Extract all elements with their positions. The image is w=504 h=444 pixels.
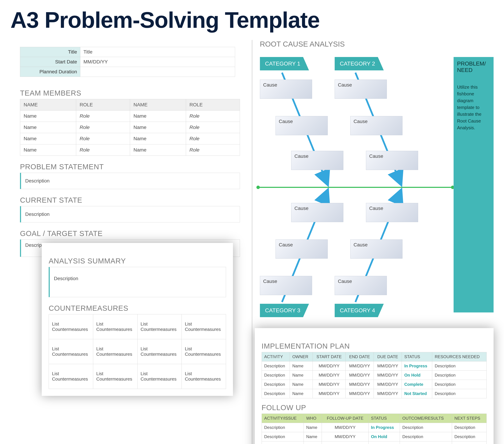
- impl-cell[interactable]: Name: [290, 361, 313, 371]
- team-role-cell[interactable]: Role: [76, 110, 130, 122]
- team-role-cell[interactable]: Role: [186, 122, 240, 133]
- impl-cell[interactable]: Description: [432, 361, 486, 371]
- followup-cell[interactable]: Description: [262, 423, 304, 432]
- team-name-cell[interactable]: Name: [130, 110, 186, 122]
- impl-cell[interactable]: MM/DD/YY: [374, 361, 402, 371]
- team-name-cell[interactable]: Name: [130, 144, 186, 156]
- rca-cause-box[interactable]: Cause: [260, 80, 312, 99]
- followup-cell[interactable]: MM/DD/YY: [322, 423, 369, 432]
- followup-cell[interactable]: Description: [400, 423, 452, 432]
- countermeasure-cell[interactable]: List Countermeasures: [137, 339, 182, 364]
- impl-status-cell[interactable]: Not Started: [402, 389, 432, 398]
- impl-cell[interactable]: MM/DD/YY: [345, 371, 374, 380]
- followup-cell[interactable]: [400, 441, 452, 444]
- countermeasure-cell[interactable]: List Countermeasures: [182, 364, 226, 389]
- team-role-cell[interactable]: Role: [76, 122, 130, 133]
- team-name-cell[interactable]: Name: [130, 133, 186, 144]
- followup-status-cell[interactable]: In Progress: [368, 423, 400, 432]
- impl-cell[interactable]: Name: [290, 380, 313, 389]
- impl-header: OWNER: [290, 352, 313, 361]
- rca-cause-box[interactable]: Cause: [366, 151, 418, 170]
- rca-cause-box[interactable]: Cause: [276, 239, 328, 259]
- impl-status-cell[interactable]: On Hold: [402, 371, 432, 380]
- followup-cell[interactable]: MM/DD/YY: [322, 432, 369, 441]
- impl-status-cell[interactable]: In Progress: [402, 361, 432, 371]
- followup-header: STATUS: [368, 414, 400, 423]
- rca-cause-box[interactable]: Cause: [291, 151, 343, 170]
- followup-cell[interactable]: [262, 441, 304, 444]
- followup-cell[interactable]: Description: [452, 432, 486, 441]
- impl-cell[interactable]: MM/DD/YY: [345, 389, 374, 398]
- team-role-cell[interactable]: Role: [76, 144, 130, 156]
- rca-cause-box[interactable]: Cause: [291, 203, 343, 222]
- countermeasure-cell[interactable]: List Countermeasures: [49, 339, 93, 364]
- countermeasure-cell[interactable]: List Countermeasures: [49, 364, 93, 389]
- meta-duration-value[interactable]: [80, 67, 235, 77]
- rca-cause-box[interactable]: Cause: [366, 203, 418, 222]
- followup-cell[interactable]: Description: [452, 423, 486, 432]
- rca-category-3[interactable]: CATEGORY 3: [260, 304, 309, 317]
- impl-cell[interactable]: MM/DD/YY: [313, 361, 345, 371]
- countermeasure-cell[interactable]: List Countermeasures: [93, 314, 137, 339]
- followup-cell[interactable]: [304, 441, 322, 444]
- impl-cell[interactable]: MM/DD/YY: [313, 380, 345, 389]
- followup-cell[interactable]: [452, 441, 486, 444]
- team-header: ROLE: [186, 99, 240, 110]
- impl-cell[interactable]: Description: [432, 389, 486, 398]
- impl-cell[interactable]: Description: [262, 361, 290, 371]
- impl-cell[interactable]: MM/DD/YY: [345, 361, 374, 371]
- impl-cell[interactable]: Description: [432, 380, 486, 389]
- team-role-cell[interactable]: Role: [186, 110, 240, 122]
- impl-cell[interactable]: MM/DD/YY: [374, 371, 402, 380]
- rca-cause-box[interactable]: Cause: [335, 80, 387, 99]
- followup-status-cell[interactable]: Complete: [368, 441, 400, 444]
- team-role-cell[interactable]: Role: [186, 133, 240, 144]
- impl-cell[interactable]: Description: [262, 389, 290, 398]
- impl-cell[interactable]: MM/DD/YY: [374, 389, 402, 398]
- followup-cell[interactable]: Description: [262, 432, 304, 441]
- rca-category-1[interactable]: CATEGORY 1: [260, 57, 309, 70]
- team-role-cell[interactable]: Role: [186, 144, 240, 156]
- rca-cause-box[interactable]: Cause: [350, 116, 402, 135]
- followup-cell[interactable]: Description: [400, 432, 452, 441]
- current-description[interactable]: Description: [20, 206, 240, 222]
- countermeasure-cell[interactable]: List Countermeasures: [49, 314, 93, 339]
- analysis-description[interactable]: Description: [49, 267, 226, 297]
- followup-header: OUTCOME/RESULTS: [400, 414, 452, 423]
- impl-cell[interactable]: Name: [290, 371, 313, 380]
- followup-cell[interactable]: Name: [304, 423, 322, 432]
- impl-cell[interactable]: MM/DD/YY: [313, 389, 345, 398]
- followup-status-cell[interactable]: On Hold: [368, 432, 400, 441]
- impl-status-cell[interactable]: Complete: [402, 380, 432, 389]
- rca-cause-box[interactable]: Cause: [276, 116, 328, 135]
- team-name-cell[interactable]: Name: [130, 122, 186, 133]
- countermeasure-cell[interactable]: List Countermeasures: [137, 314, 182, 339]
- impl-cell[interactable]: Description: [432, 371, 486, 380]
- impl-cell[interactable]: MM/DD/YY: [345, 380, 374, 389]
- countermeasure-cell[interactable]: List Countermeasures: [93, 364, 137, 389]
- rca-category-2[interactable]: CATEGORY 2: [335, 57, 384, 70]
- team-name-cell[interactable]: Name: [20, 133, 76, 144]
- countermeasure-cell[interactable]: List Countermeasures: [182, 314, 226, 339]
- rca-cause-box[interactable]: Cause: [260, 276, 312, 295]
- impl-cell[interactable]: Description: [262, 371, 290, 380]
- countermeasure-cell[interactable]: List Countermeasures: [93, 339, 137, 364]
- countermeasure-cell[interactable]: List Countermeasures: [137, 364, 182, 389]
- followup-cell[interactable]: [322, 441, 369, 444]
- impl-cell[interactable]: Description: [262, 380, 290, 389]
- team-name-cell[interactable]: Name: [20, 144, 76, 156]
- impl-cell[interactable]: MM/DD/YY: [313, 371, 345, 380]
- team-name-cell[interactable]: Name: [20, 122, 76, 133]
- meta-title-value[interactable]: Title: [80, 47, 235, 57]
- impl-cell[interactable]: Name: [290, 389, 313, 398]
- meta-start-value[interactable]: MM/DD/YY: [80, 57, 235, 67]
- followup-cell[interactable]: Name: [304, 432, 322, 441]
- rca-category-4[interactable]: CATEGORY 4: [335, 304, 384, 317]
- rca-cause-box[interactable]: Cause: [335, 276, 387, 295]
- countermeasure-cell[interactable]: List Countermeasures: [182, 339, 226, 364]
- problem-description[interactable]: Description: [20, 173, 240, 189]
- impl-cell[interactable]: MM/DD/YY: [374, 380, 402, 389]
- team-name-cell[interactable]: Name: [20, 110, 76, 122]
- team-role-cell[interactable]: Role: [76, 133, 130, 144]
- rca-cause-box[interactable]: Cause: [350, 239, 402, 259]
